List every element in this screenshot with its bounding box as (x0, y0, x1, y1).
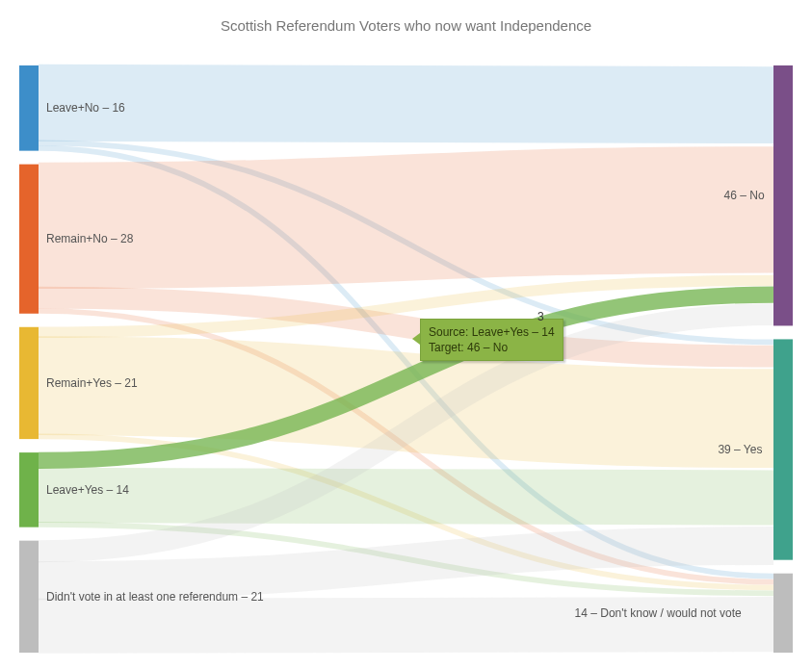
sankey-link[interactable] (39, 495, 773, 498)
target-node-label: 14 – Don't know / would not vote (575, 606, 742, 620)
tooltip-source-line: Source: Leave+Yes – 14 (429, 324, 555, 340)
sankey-node[interactable] (773, 339, 793, 559)
sankey-node[interactable] (773, 574, 793, 653)
chart-title: Scottish Referendum Voters who now want … (0, 0, 812, 56)
source-node-label: Remain+No – 28 (46, 232, 133, 245)
source-node-label: Leave+Yes – 14 (46, 483, 129, 497)
source-node-label: Leave+No – 16 (46, 101, 125, 115)
target-node-label: 39 – Yes (718, 443, 762, 456)
sankey-node[interactable] (19, 65, 39, 151)
source-node-label: Didn't vote in at least one referendum –… (46, 590, 264, 604)
sankey-node[interactable] (19, 165, 39, 314)
sankey-link[interactable] (39, 386, 773, 419)
sankey-link[interactable] (39, 103, 773, 105)
sankey-node[interactable] (19, 452, 39, 527)
tooltip-target-line: Target: 46 – No (429, 340, 555, 355)
sankey-tooltip: Source: Leave+Yes – 14 Target: 46 – No (420, 319, 563, 361)
target-node-label: 46 – No (724, 189, 765, 202)
source-node-label: Remain+Yes – 21 (46, 376, 138, 390)
sankey-node[interactable] (773, 65, 793, 325)
sankey-link[interactable] (39, 210, 773, 225)
tooltip-value: 3 (537, 310, 544, 323)
tooltip-arrow (412, 333, 420, 345)
sankey-chart: Leave+No – 16Remain+No – 28Remain+Yes – … (0, 56, 812, 662)
sankey-node[interactable] (19, 327, 39, 439)
sankey-node[interactable] (19, 541, 39, 653)
sankey-link[interactable] (39, 625, 773, 627)
